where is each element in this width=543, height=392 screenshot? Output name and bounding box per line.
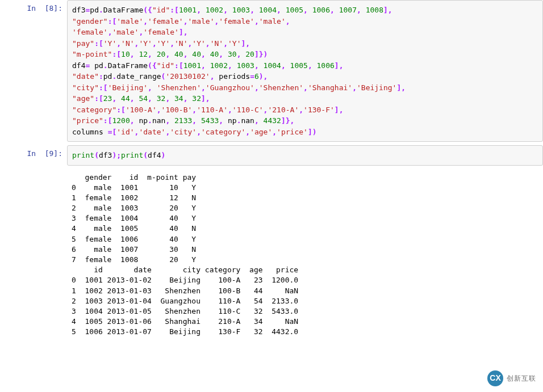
code-output: gender id m-point pay 0 male 1001 10 Y 1…	[67, 169, 543, 338]
input-prompt: In [9]:	[0, 145, 67, 166]
code-cell: In [9]:print(df3);print(df4)	[0, 145, 543, 166]
input-prompt: In [8]:	[0, 0, 67, 142]
output-prompt	[0, 169, 67, 338]
code-cell: In [8]:df3=pd.DataFrame({"id":[1001, 100…	[0, 0, 543, 142]
code-input[interactable]: print(df3);print(df4)	[67, 145, 543, 166]
output-cell: gender id m-point pay 0 male 1001 10 Y 1…	[0, 169, 543, 338]
code-input[interactable]: df3=pd.DataFrame({"id":[1001, 1002, 1003…	[67, 0, 543, 142]
